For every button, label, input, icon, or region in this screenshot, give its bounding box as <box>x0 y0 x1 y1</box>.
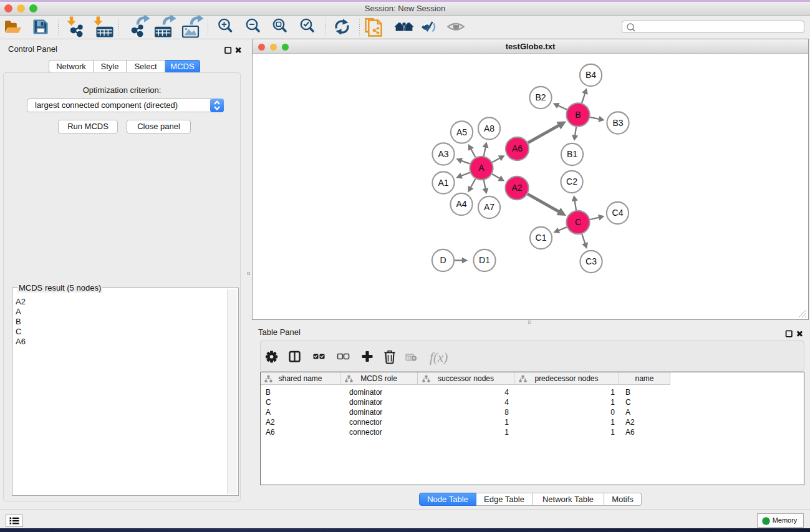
svg-text:C3: C3 <box>586 256 597 266</box>
svg-text:A8: A8 <box>484 123 494 133</box>
svg-text:A3: A3 <box>438 149 448 159</box>
svg-text:A2: A2 <box>511 183 522 193</box>
svg-text:C2: C2 <box>566 177 577 186</box>
svg-text:B3: B3 <box>612 118 623 128</box>
svg-text:C4: C4 <box>612 208 624 218</box>
svg-text:A5: A5 <box>456 127 467 137</box>
svg-text:C1: C1 <box>536 233 547 243</box>
svg-text:A: A <box>478 163 485 173</box>
svg-text:B4: B4 <box>586 70 596 80</box>
svg-text:A4: A4 <box>456 199 466 209</box>
svg-text:D: D <box>440 255 446 265</box>
svg-text:B2: B2 <box>535 92 546 102</box>
svg-text:D1: D1 <box>479 255 490 265</box>
svg-text:C: C <box>575 217 581 227</box>
svg-text:A6: A6 <box>512 143 523 153</box>
svg-text:B1: B1 <box>567 149 577 159</box>
svg-text:A1: A1 <box>438 178 448 188</box>
svg-text:A7: A7 <box>484 202 494 212</box>
svg-text:B: B <box>575 110 581 120</box>
svg-text:f(x): f(x) <box>430 350 448 365</box>
